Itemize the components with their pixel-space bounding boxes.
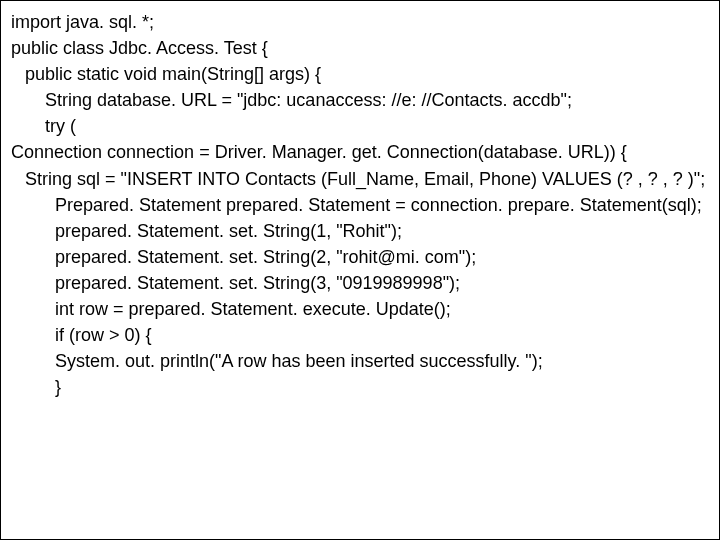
code-line: } xyxy=(11,374,709,400)
code-line: String database. URL = "jdbc: ucanaccess… xyxy=(11,87,709,113)
code-line: prepared. Statement. set. String(3, "091… xyxy=(11,270,709,296)
code-line: Prepared. Statement prepared. Statement … xyxy=(11,192,709,218)
code-line: import java. sql. *; xyxy=(11,9,709,35)
code-line: public class Jdbc. Access. Test { xyxy=(11,35,709,61)
code-line: Connection connection = Driver. Manager.… xyxy=(11,139,709,165)
code-line: int row = prepared. Statement. execute. … xyxy=(11,296,709,322)
code-line: System. out. println("A row has been ins… xyxy=(11,348,709,374)
code-line: prepared. Statement. set. String(1, "Roh… xyxy=(11,218,709,244)
code-line: public static void main(String[] args) { xyxy=(11,61,709,87)
code-line: String sql = "INSERT INTO Contacts (Full… xyxy=(11,166,709,192)
code-slide: import java. sql. *; public class Jdbc. … xyxy=(0,0,720,540)
code-line: try ( xyxy=(11,113,709,139)
code-line: if (row > 0) { xyxy=(11,322,709,348)
code-line: prepared. Statement. set. String(2, "roh… xyxy=(11,244,709,270)
